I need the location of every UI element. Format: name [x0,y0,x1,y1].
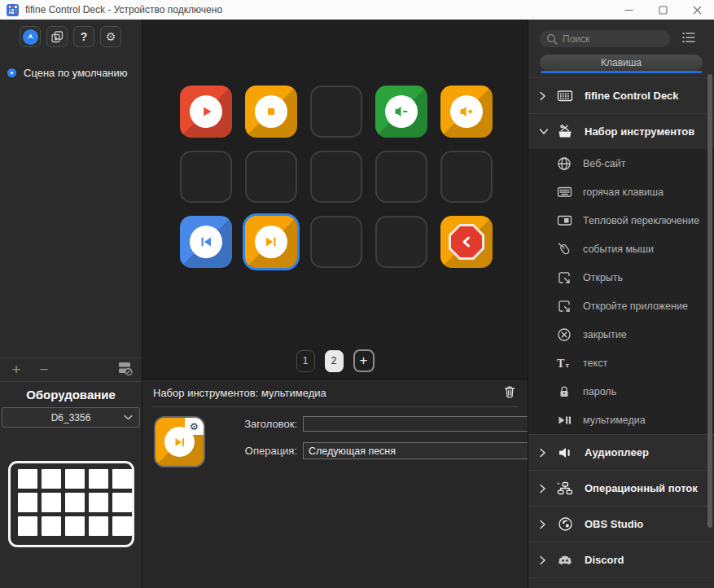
action-label: Веб-сайт [583,158,625,169]
text-icon: Tт [556,356,572,370]
action-open[interactable]: Открыть [528,263,714,292]
operation-select[interactable]: Следующая песня [303,442,545,459]
lock-icon [556,384,572,398]
scene-label: Сцена по умолчанию [24,67,128,79]
page-1-button[interactable]: 1 [296,350,315,372]
page-2-button-active[interactable]: 2 [325,350,344,372]
search-input[interactable] [563,33,664,45]
key-cell-empty[interactable] [310,86,362,138]
help-icon: ? [81,30,88,43]
device-name: D6_3356 [2,412,139,423]
action-label: Тепловой переключение [583,215,699,226]
group-audio-player[interactable]: Аудиоплеер [528,434,714,470]
delete-key-button[interactable] [502,384,517,402]
key-cell-empty[interactable] [310,216,362,268]
next-track-icon [255,226,287,258]
group-discord[interactable]: Discord [528,542,714,577]
key-cell-previous-track[interactable] [180,216,232,268]
copy-pages-icon [50,29,64,44]
action-groups-list: fifine Control Deck Набор инструментов [528,77,714,588]
maximize-icon [659,6,668,15]
key-cell-empty[interactable] [245,151,297,203]
key-editor-panel: Набор инструментов: мультимедиа ⚙ [142,379,528,588]
media-play-pause-icon [556,414,572,427]
title-input[interactable] [303,416,531,432]
hardware-title: Оборудование [0,388,142,402]
key-grid [180,86,493,268]
group-toolkit[interactable]: Набор инструментов [528,113,714,149]
group-obs-studio[interactable]: OBS Studio [528,506,714,542]
remove-scene-button[interactable]: − [35,362,53,377]
back-octagon-icon [449,224,484,260]
key-cell-empty[interactable] [310,151,362,203]
editor-title: Набор инструментов: мультимедиа [153,387,326,399]
action-password[interactable]: пароль [528,377,714,406]
page-switcher: 1 2 + [296,349,375,372]
scene-item-default[interactable]: Сцена по умолчанию [0,64,142,81]
action-hotkey[interactable]: горячая клавиша [528,178,714,206]
close-button[interactable] [680,0,714,20]
list-view-button[interactable] [681,31,696,47]
settings-button[interactable]: ⚙ [100,26,121,47]
chevron-right-icon [539,448,549,458]
add-page-button[interactable]: + [353,349,375,372]
tab-key-label: Клавиша [601,57,642,68]
action-text[interactable]: Tт текст [528,349,714,377]
key-cell-next-track-selected[interactable] [245,216,297,268]
help-button[interactable]: ? [73,26,94,47]
action-website[interactable]: Веб-сайт [528,149,714,178]
action-close[interactable]: закрытие [528,320,714,349]
key-cell-play[interactable] [180,86,232,138]
group-row-partial[interactable] [528,577,714,588]
chevron-right-icon [539,91,549,101]
operation-field-label: Операция: [230,445,297,457]
group-label: fifine Control Deck [585,90,679,102]
key-cell-stop[interactable] [245,86,297,138]
group-label: OBS Studio [585,518,643,530]
add-scene-button[interactable]: + [7,362,25,377]
search-icon [546,33,558,45]
svg-text:»: » [557,480,560,485]
scrollbar-thumb[interactable] [707,74,712,528]
mouse-icon [556,242,572,257]
volume-down-icon [385,95,418,128]
minimize-button[interactable] [611,0,646,20]
left-toolbar: ? ⚙ [0,20,142,47]
key-cell-volume-down[interactable] [375,86,427,138]
action-open-app[interactable]: Откройте приложение [528,292,714,320]
group-operation-flow[interactable]: » Операционный поток [528,470,714,506]
keyboard-icon [556,185,572,199]
device-select[interactable]: D6_3356 [2,407,140,428]
search-box[interactable] [540,30,670,47]
action-mouse-events[interactable]: события мыши [528,235,714,263]
maximize-button[interactable] [646,0,680,20]
tab-key[interactable]: Клавиша [540,55,703,71]
operation-value: Следующая песня [309,445,396,457]
actions-panel: Клавиша fifin [528,20,714,588]
previous-track-icon [190,226,222,258]
toolbox-icon [556,124,574,139]
device-manager-button[interactable] [117,360,134,380]
device-preview [8,461,134,547]
key-cell-volume-up[interactable] [440,86,493,138]
key-cell-back[interactable] [440,216,493,268]
key-cell-empty[interactable] [375,216,427,268]
action-multimedia[interactable]: мультимедиа [528,406,714,434]
minimize-icon [624,6,633,15]
key-cell-empty[interactable] [180,151,232,203]
action-label: закрытие [583,329,627,340]
play-icon [190,95,222,128]
key-cell-empty[interactable] [440,151,493,203]
key-settings-badge[interactable]: ⚙ [185,418,204,435]
speaker-icon [556,445,574,460]
scenes-button[interactable] [46,26,68,47]
group-fifine-control-deck[interactable]: fifine Control Deck [528,77,714,113]
app-home-button[interactable] [20,26,41,47]
left-panel: ? ⚙ Сцена по умолчанию + − [0,20,142,588]
title-bar: fifine Control Deck - Устройство подключ… [0,0,714,20]
action-window-switch[interactable]: Тепловой переключение [528,206,714,235]
open-app-icon [556,299,572,314]
list-view-icon [681,31,696,44]
key-cell-empty[interactable] [375,151,427,203]
trash-icon [502,384,517,399]
